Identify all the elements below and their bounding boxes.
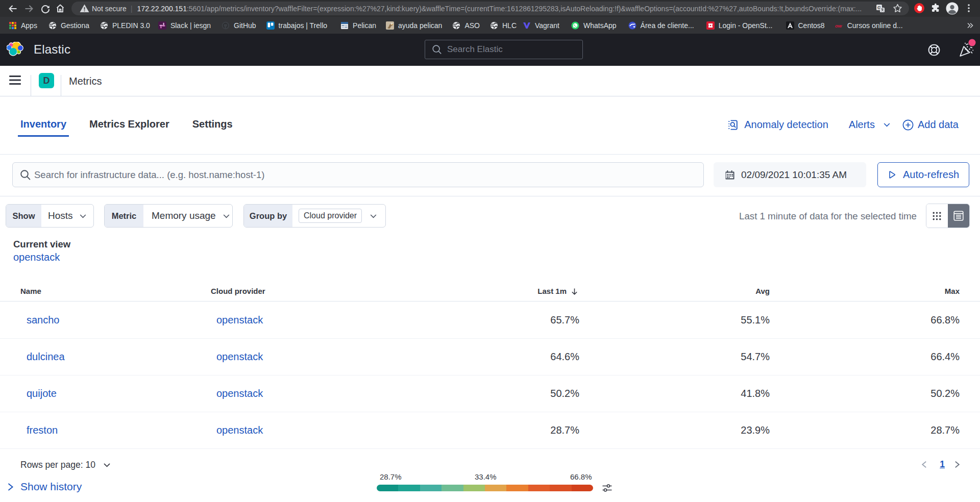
svg-text:ow: ow [835, 22, 842, 28]
